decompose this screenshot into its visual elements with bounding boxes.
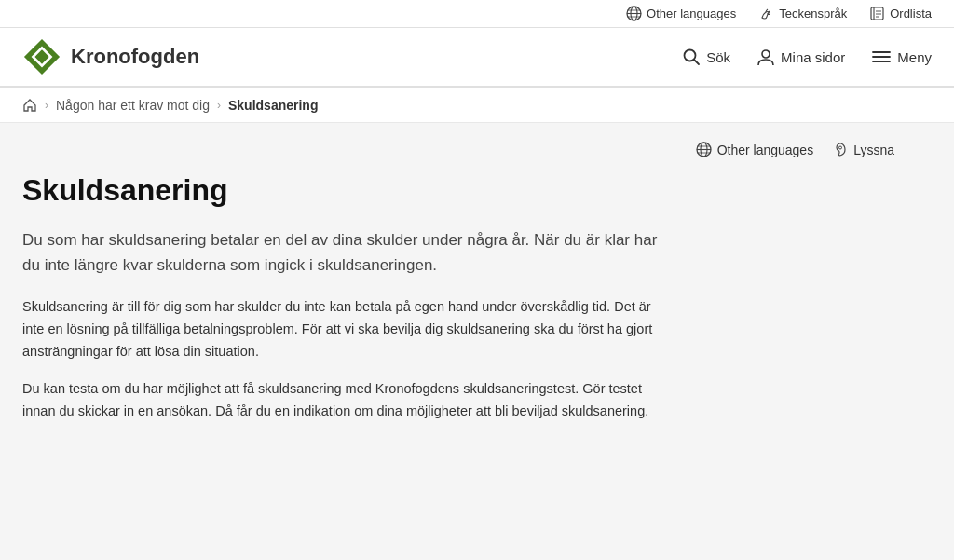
lyssna-label: Lyssna xyxy=(853,143,894,157)
page-other-languages[interactable]: Other languages xyxy=(696,142,814,157)
svg-rect-5 xyxy=(871,7,883,20)
other-languages-link[interactable]: Other languages xyxy=(626,6,736,21)
breadcrumb-home-link[interactable] xyxy=(22,97,37,113)
breadcrumb-current: Skuldsanering xyxy=(228,98,318,113)
search-icon xyxy=(682,48,701,66)
top-utility-bar: Other languages Teckenspråk Ordlista xyxy=(0,0,954,28)
teckensprak-link[interactable]: Teckenspråk xyxy=(758,6,847,21)
home-icon xyxy=(22,98,37,113)
svg-line-14 xyxy=(694,60,699,64)
article-paragraph-2: Du kan testa om du har möjlighet att få … xyxy=(22,378,675,423)
logo-text: Kronofogden xyxy=(71,45,199,69)
globe-icon xyxy=(626,6,642,21)
menu-icon xyxy=(871,48,892,66)
page-lyssna[interactable]: Lyssna xyxy=(832,142,894,157)
svg-point-15 xyxy=(762,50,770,58)
teckensprak-label: Teckenspråk xyxy=(779,7,847,20)
svg-point-24 xyxy=(839,146,842,149)
menu-nav-item[interactable]: Meny xyxy=(871,48,932,66)
article-title: Skuldsanering xyxy=(22,172,675,208)
menu-label: Meny xyxy=(897,49,932,65)
mina-sidor-nav-item[interactable]: Mina sidor xyxy=(756,48,845,66)
search-nav-item[interactable]: Sök xyxy=(682,48,730,66)
ear-icon xyxy=(832,142,848,157)
book-icon xyxy=(869,6,885,21)
page-globe-icon xyxy=(696,142,712,157)
page-other-languages-label: Other languages xyxy=(717,143,814,157)
site-header: Kronofogden Sök Mina sidor Meny xyxy=(0,28,954,88)
logo-link[interactable]: Kronofogden xyxy=(22,37,199,76)
breadcrumb-sep-2: › xyxy=(217,99,221,112)
article-lead: Du som har skuldsanering betalar en del … xyxy=(22,227,675,278)
sign-language-icon xyxy=(758,6,774,21)
page-tools: Other languages Lyssna xyxy=(22,142,932,157)
article-paragraph-1: Skuldsanering är till för dig som har sk… xyxy=(22,296,675,363)
ordlista-link[interactable]: Ordlista xyxy=(869,6,932,21)
main-content: Other languages Lyssna Skuldsanering Du … xyxy=(0,123,954,474)
breadcrumb-nagon-label: Någon har ett krav mot dig xyxy=(56,98,210,113)
breadcrumb-nagon-link[interactable]: Någon har ett krav mot dig xyxy=(56,98,210,113)
ordlista-label: Ordlista xyxy=(890,7,932,20)
user-icon xyxy=(756,48,775,66)
header-nav: Sök Mina sidor Meny xyxy=(682,48,932,66)
breadcrumb: › Någon har ett krav mot dig › Skuldsane… xyxy=(0,88,954,123)
other-languages-label: Other languages xyxy=(647,7,736,20)
article: Skuldsanering Du som har skuldsanering b… xyxy=(22,172,675,422)
mina-sidor-label: Mina sidor xyxy=(781,49,845,65)
search-label: Sök xyxy=(706,49,730,65)
breadcrumb-sep-1: › xyxy=(45,99,48,112)
logo-diamond xyxy=(22,37,61,76)
